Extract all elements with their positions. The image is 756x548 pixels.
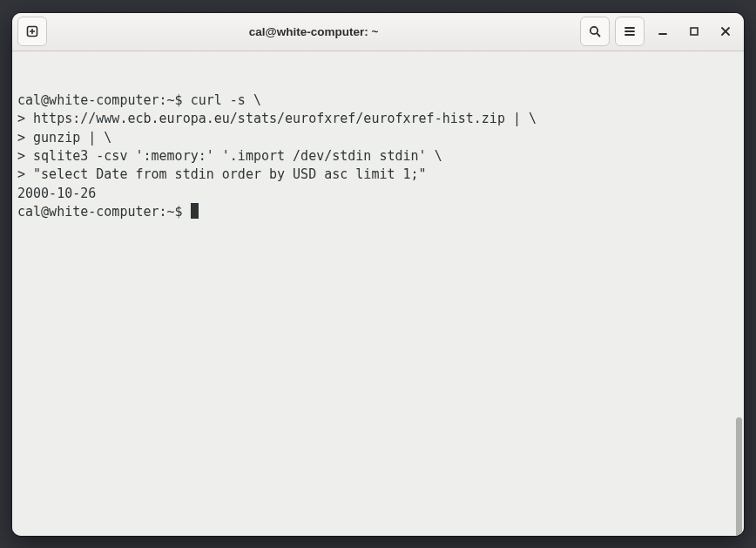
terminal-text: "select Date from stdin order by USD asc… [33,166,427,182]
new-tab-button[interactable] [17,17,47,46]
window-title: cal@white-computer: ~ [52,25,575,38]
terminal-prompt: > [17,148,33,164]
titlebar-left [17,17,47,46]
terminal-text: curl -s \ [191,92,261,108]
svg-rect-9 [691,28,698,35]
titlebar-right [580,17,739,46]
terminal-prompt: cal@white-computer:~$ [17,204,191,220]
terminal-prompt: > [17,166,33,182]
terminal-text: https://www.ecb.europa.eu/stats/eurofxre… [33,111,537,126]
new-tab-icon [25,24,39,38]
search-button[interactable] [580,17,610,46]
terminal-line: > sqlite3 -csv ':memory:' '.import /dev/… [17,147,739,166]
close-button[interactable] [712,18,739,44]
terminal-prompt: > [17,111,33,126]
search-icon [588,24,602,38]
terminal-content[interactable]: cal@white-computer:~$ curl -s \> https:/… [12,51,744,536]
terminal-line: cal@white-computer:~$ curl -s \ [17,91,739,110]
terminal-window: cal@white-computer: ~ [12,13,744,536]
terminal-line: > https://www.ecb.europa.eu/stats/eurofx… [17,110,739,128]
terminal-text: sqlite3 -csv ':memory:' '.import /dev/st… [33,148,442,164]
terminal-prompt: cal@white-computer:~$ [17,92,191,108]
terminal-line: 2000-10-26 [17,185,739,203]
menu-button[interactable] [615,17,645,46]
terminal-line: cal@white-computer:~$ [17,203,739,221]
terminal-prompt: > [17,130,33,145]
terminal-text: gunzip | \ [33,130,111,145]
menu-icon [623,24,637,38]
maximize-icon [687,24,701,38]
terminal-line: > gunzip | \ [17,129,739,147]
svg-line-4 [597,33,599,36]
terminal-text: 2000-10-26 [17,186,96,201]
scrollbar[interactable] [736,417,742,536]
titlebar: cal@white-computer: ~ [12,13,744,51]
minimize-button[interactable] [650,18,676,44]
terminal-line: > "select Date from stdin order by USD a… [17,166,739,184]
minimize-icon [656,24,670,38]
terminal-cursor [191,203,199,219]
maximize-button[interactable] [681,18,707,44]
close-icon [719,24,732,38]
